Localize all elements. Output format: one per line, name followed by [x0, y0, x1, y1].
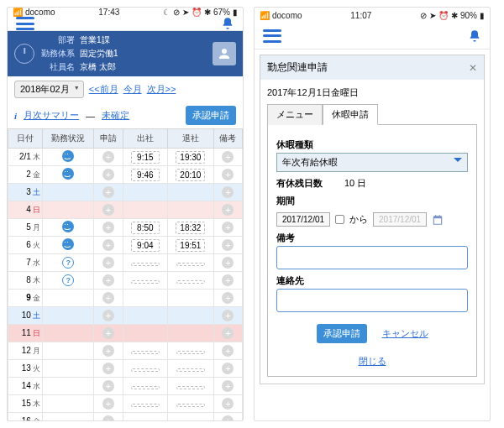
approve-button[interactable]: 承認申請	[186, 106, 236, 125]
add-icon[interactable]: +	[102, 222, 114, 233]
clock-out[interactable]	[176, 263, 205, 266]
add-note-icon[interactable]: +	[222, 292, 234, 304]
add-icon[interactable]: +	[102, 257, 114, 269]
remarks-label: 備考	[276, 232, 468, 244]
clock-out[interactable]: 19:30	[176, 151, 205, 164]
add-note-icon[interactable]: +	[222, 380, 234, 392]
add-note-icon[interactable]: +	[222, 151, 234, 163]
clock-in[interactable]	[131, 351, 160, 354]
clock-in[interactable]	[131, 368, 160, 372]
add-icon[interactable]: +	[102, 398, 114, 410]
close-icon[interactable]: ✕	[469, 62, 477, 74]
clock-in[interactable]: 8:50	[131, 222, 160, 234]
monthly-summary-link[interactable]: 月次サマリー	[24, 109, 79, 122]
table-row[interactable]: 2/1木+9:1519:30+	[8, 149, 243, 166]
table-row[interactable]: 7水?++	[8, 254, 243, 272]
table-row[interactable]: 3土++	[8, 184, 243, 201]
table-row[interactable]: 8木?++	[8, 272, 243, 290]
add-icon[interactable]: +	[102, 415, 114, 421]
prev-month[interactable]: <<前月	[89, 83, 118, 96]
add-icon[interactable]: +	[102, 239, 114, 251]
worktype-label: 勤務体系	[41, 48, 75, 60]
clock-in[interactable]: 9:04	[131, 239, 160, 252]
add-note-icon[interactable]: +	[222, 363, 234, 374]
employee-info: 部署営業1課 勤務体系固定労働1 社員名京橋 太郎	[8, 31, 243, 76]
next-month[interactable]: 次月>>	[147, 83, 176, 96]
tab-menu[interactable]: メニュー	[267, 104, 323, 125]
add-icon[interactable]: +	[102, 345, 114, 357]
add-icon[interactable]: +	[102, 327, 114, 339]
clock-out[interactable]	[176, 368, 205, 372]
add-note-icon[interactable]: +	[222, 415, 234, 421]
add-note-icon[interactable]: +	[222, 327, 234, 339]
table-row[interactable]: 12月++	[8, 342, 243, 360]
cancel-link[interactable]: キャンセル	[382, 327, 428, 340]
add-icon[interactable]: +	[102, 204, 114, 216]
add-icon[interactable]: +	[102, 363, 114, 374]
add-icon[interactable]: +	[102, 186, 114, 198]
add-note-icon[interactable]: +	[222, 239, 234, 251]
dialog-tabs: メニュー 休暇申請	[267, 104, 477, 125]
clock-in[interactable]	[131, 280, 160, 284]
clock-in[interactable]	[131, 421, 160, 422]
clock-out[interactable]	[176, 421, 205, 422]
table-row[interactable]: 9金++	[8, 290, 243, 307]
clock-in[interactable]	[131, 404, 160, 407]
add-note-icon[interactable]: +	[222, 186, 234, 198]
table-row[interactable]: 11日++	[8, 325, 243, 342]
bell-icon[interactable]	[468, 29, 481, 43]
add-note-icon[interactable]: +	[222, 169, 234, 180]
add-icon[interactable]: +	[102, 292, 114, 304]
add-note-icon[interactable]: +	[222, 398, 234, 410]
add-note-icon[interactable]: +	[222, 310, 234, 321]
clock-out[interactable]	[176, 351, 205, 354]
clock-out[interactable]: 20:10	[176, 169, 205, 181]
remarks-input[interactable]	[276, 246, 468, 269]
clock-in[interactable]: 9:15	[131, 151, 160, 164]
table-row[interactable]: 16金++	[8, 413, 243, 422]
add-icon[interactable]: +	[102, 151, 114, 163]
table-row[interactable]: 2金+9:4620:10+	[8, 166, 243, 184]
add-note-icon[interactable]: +	[222, 257, 234, 269]
contact-input[interactable]	[276, 289, 468, 312]
table-row[interactable]: 10土++	[8, 307, 243, 325]
menu-icon[interactable]	[263, 29, 281, 43]
add-icon[interactable]: +	[102, 380, 114, 392]
calendar-icon[interactable]	[432, 214, 444, 226]
avatar[interactable]	[213, 42, 236, 65]
add-note-icon[interactable]: +	[222, 204, 234, 216]
menu-icon[interactable]	[16, 17, 34, 30]
clock-out[interactable]	[176, 404, 205, 407]
clock-in[interactable]	[131, 263, 160, 266]
leave-type-select[interactable]: 年次有給休暇	[276, 153, 468, 172]
this-month[interactable]: 今月	[123, 83, 142, 96]
table-row[interactable]: 4日++	[8, 201, 243, 219]
table-row[interactable]: 6火+9:0419:51+	[8, 237, 243, 254]
table-row[interactable]: 5月+8:5018:32+	[8, 219, 243, 237]
table-row[interactable]: 13火++	[8, 360, 243, 378]
table-row[interactable]: 14水++	[8, 378, 243, 395]
range-checkbox[interactable]	[335, 215, 344, 224]
clock-out[interactable]: 18:32	[176, 222, 205, 234]
add-icon[interactable]: +	[102, 274, 114, 286]
from-date[interactable]: 2017/12/01	[276, 212, 330, 227]
close-link[interactable]: 閉じる	[359, 356, 386, 366]
add-icon[interactable]: +	[102, 169, 114, 180]
clock-out[interactable]	[176, 386, 205, 389]
add-note-icon[interactable]: +	[222, 274, 234, 286]
phone-right: 📶 docomo 11:07 ⊘ ➤ ⏰ ✱ 90% ▮ 勤怠関連申請 ✕ 20…	[254, 7, 491, 421]
table-row[interactable]: 15木++	[8, 395, 243, 413]
add-note-icon[interactable]: +	[222, 222, 234, 233]
clock-out[interactable]: 19:51	[176, 239, 205, 252]
submit-button[interactable]: 承認申請	[317, 324, 367, 343]
unconfirmed-link[interactable]: 未確定	[102, 109, 129, 122]
bell-icon[interactable]	[221, 17, 234, 30]
add-icon[interactable]: +	[102, 310, 114, 321]
clock-in[interactable]	[131, 386, 160, 389]
month-select[interactable]: 2018年02月	[14, 81, 84, 98]
info-icon[interactable]: i	[14, 111, 17, 121]
clock-in[interactable]: 9:46	[131, 169, 160, 181]
clock-out[interactable]	[176, 280, 205, 284]
add-note-icon[interactable]: +	[222, 345, 234, 357]
tab-leave[interactable]: 休暇申請	[323, 104, 378, 125]
